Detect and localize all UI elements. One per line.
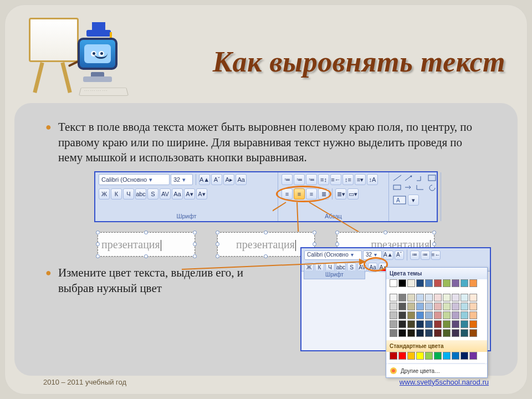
color-swatch[interactable] — [390, 294, 397, 301]
ribbon-btn-pr1-7[interactable]: ↕A — [367, 174, 378, 185]
mini-grow-font-button[interactable]: A▲ — [383, 250, 393, 260]
color-swatch[interactable] — [461, 352, 468, 360]
color-swatch[interactable] — [425, 352, 433, 360]
color-swatch[interactable] — [398, 329, 406, 337]
color-swatch[interactable] — [407, 311, 415, 319]
ribbon-btn-pr1-5[interactable]: ↕≡ — [342, 174, 354, 185]
color-swatch[interactable] — [443, 329, 451, 337]
numbering-button[interactable]: ≔ — [421, 250, 430, 260]
color-swatch[interactable] — [416, 279, 424, 287]
color-swatch[interactable] — [461, 311, 468, 319]
color-swatch[interactable] — [461, 320, 468, 328]
color-swatch[interactable] — [390, 352, 397, 360]
mini-size-combo[interactable]: 32▾ — [363, 250, 382, 260]
color-swatch[interactable] — [398, 352, 406, 360]
color-swatch[interactable] — [425, 320, 433, 328]
grow-font-button[interactable]: A▲ — [199, 174, 210, 185]
color-swatch[interactable] — [443, 279, 451, 287]
case-button[interactable]: Aa — [172, 188, 183, 200]
bold-button[interactable]: Ж — [99, 188, 110, 200]
shape-elbow-icon[interactable] — [416, 174, 426, 182]
color-swatch[interactable] — [461, 329, 468, 337]
ribbon-btn-pr1-3[interactable]: ≡↕ — [318, 174, 329, 185]
color-swatch[interactable] — [416, 311, 424, 319]
color-swatch[interactable] — [425, 294, 433, 301]
mini-shrink-font-button[interactable]: Aˇ — [395, 250, 404, 260]
shape-rectangle-icon[interactable] — [392, 183, 402, 191]
color-swatch[interactable] — [407, 294, 415, 301]
color-swatch[interactable] — [390, 279, 397, 287]
color-swatch[interactable] — [469, 329, 477, 337]
color-swatch[interactable] — [434, 303, 442, 310]
color-swatch[interactable] — [407, 352, 415, 360]
color-swatch[interactable] — [469, 279, 477, 287]
color-swatch[interactable] — [434, 320, 442, 328]
case-button[interactable]: Aa — [368, 263, 377, 272]
color-swatch[interactable] — [452, 352, 459, 360]
color-swatch[interactable] — [416, 294, 424, 301]
shape-cycle-icon[interactable] — [427, 183, 437, 191]
color-swatch[interactable] — [461, 303, 468, 310]
font-size-combo[interactable]: 32▾ — [171, 174, 193, 185]
color-swatch[interactable] — [443, 303, 451, 310]
shrink-font-button[interactable]: Aˇ — [211, 174, 222, 185]
ribbon-btn-pr1-4[interactable]: ≡← — [330, 174, 341, 185]
color-swatch[interactable] — [416, 329, 424, 337]
italic-button[interactable]: К — [111, 188, 122, 200]
color-swatch[interactable] — [469, 294, 477, 301]
ribbon-btn-pr1-2[interactable]: ≔ — [306, 174, 317, 185]
color-swatch[interactable] — [390, 329, 397, 337]
align-left-button[interactable]: ≡ — [282, 188, 293, 200]
bullets-button[interactable]: ≔ — [410, 250, 420, 260]
color-swatch[interactable] — [425, 303, 433, 310]
color-swatch[interactable] — [425, 329, 433, 337]
color-swatch[interactable] — [390, 311, 397, 319]
shape-rect-icon[interactable] — [427, 174, 437, 182]
color-swatch[interactable] — [461, 294, 468, 301]
shape-arrow2-icon[interactable] — [404, 183, 414, 191]
color-swatch[interactable] — [452, 303, 459, 310]
color-swatch[interactable] — [398, 294, 406, 301]
underline-button[interactable]: Ч — [123, 188, 134, 200]
color-swatch[interactable] — [452, 311, 459, 319]
color-swatch[interactable] — [398, 311, 406, 319]
clear-format-button[interactable]: A▸ — [223, 174, 234, 185]
shape-connector-icon[interactable] — [416, 183, 426, 191]
strike-button[interactable]: abc — [135, 188, 146, 200]
color-swatch[interactable] — [434, 294, 442, 301]
change-case-button[interactable]: Aa — [236, 174, 247, 185]
align-center-button[interactable]: ≡ — [294, 188, 305, 200]
color-swatch[interactable] — [407, 279, 415, 287]
shadow-button[interactable]: S — [147, 188, 158, 200]
color-swatch[interactable] — [469, 352, 477, 360]
borders-button[interactable]: ▭▾ — [347, 188, 359, 200]
color-swatch[interactable] — [398, 303, 406, 310]
color-swatch[interactable] — [469, 320, 477, 328]
ribbon-btn-pr1-6[interactable]: ≡▾ — [355, 174, 366, 185]
color-swatch[interactable] — [452, 329, 459, 337]
spacing-button[interactable]: AV — [160, 188, 171, 200]
color-swatch[interactable] — [390, 303, 397, 310]
font-combo[interactable]: Calibri (Основно▾ — [99, 174, 170, 185]
color-swatch[interactable] — [425, 311, 433, 319]
color-swatch[interactable] — [443, 320, 451, 328]
shape-arrow-icon[interactable] — [404, 174, 414, 182]
color-swatch[interactable] — [398, 279, 406, 287]
color-swatch[interactable] — [461, 279, 468, 287]
color-swatch[interactable] — [434, 279, 442, 287]
shape-line-icon[interactable] — [392, 174, 402, 182]
color-swatch[interactable] — [469, 303, 477, 310]
footer-link[interactable]: www.svetly5school.narod.ru — [400, 378, 489, 386]
mini-font-combo[interactable]: Calibri (Основно▾ — [304, 250, 362, 260]
columns-button[interactable]: ≣▾ — [335, 188, 346, 200]
color-swatch[interactable] — [443, 311, 451, 319]
color-swatch[interactable] — [443, 294, 451, 301]
align-justify-button[interactable]: ≣ — [318, 188, 329, 200]
color-swatch[interactable] — [452, 279, 459, 287]
indent-button[interactable]: ≡← — [431, 250, 441, 260]
color-swatch[interactable] — [416, 303, 424, 310]
color-swatch[interactable] — [452, 294, 459, 301]
color-swatch[interactable] — [407, 303, 415, 310]
color-swatch[interactable] — [407, 329, 415, 337]
color-swatch[interactable] — [443, 352, 451, 360]
